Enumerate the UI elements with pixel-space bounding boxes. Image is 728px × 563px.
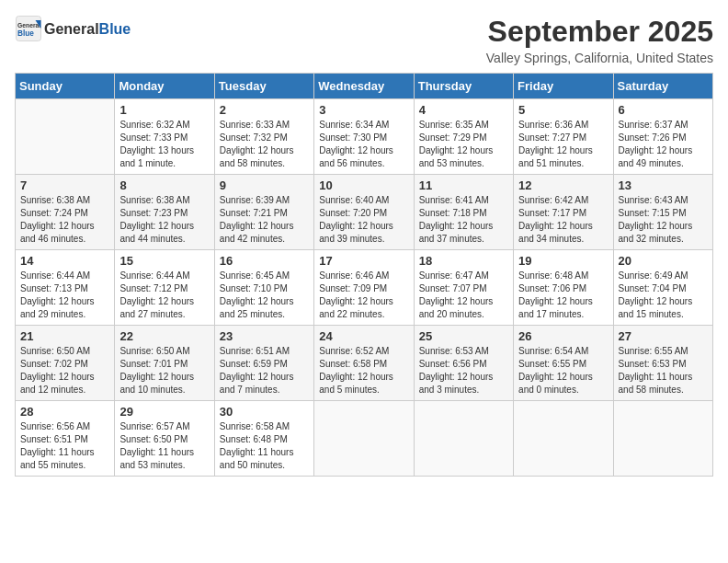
calendar-cell: 1Sunrise: 6:32 AMSunset: 7:33 PMDaylight… xyxy=(115,99,214,175)
calendar-cell: 26Sunrise: 6:54 AMSunset: 6:55 PMDayligh… xyxy=(514,326,613,401)
day-info: Sunrise: 6:49 AMSunset: 7:04 PMDaylight:… xyxy=(619,270,708,321)
day-info: Sunrise: 6:54 AMSunset: 6:55 PMDaylight:… xyxy=(518,345,608,396)
calendar-cell: 29Sunrise: 6:57 AMSunset: 6:50 PMDayligh… xyxy=(115,401,214,477)
day-info: Sunrise: 6:41 AMSunset: 7:18 PMDaylight:… xyxy=(419,194,508,246)
weekday-header: Thursday xyxy=(414,74,513,99)
calendar-cell: 17Sunrise: 6:46 AMSunset: 7:09 PMDayligh… xyxy=(314,250,414,326)
calendar-cell: 8Sunrise: 6:38 AMSunset: 7:23 PMDaylight… xyxy=(115,175,214,250)
month-title: September 2025 xyxy=(486,15,713,49)
day-number: 23 xyxy=(220,329,309,343)
day-number: 7 xyxy=(20,178,109,192)
calendar-cell xyxy=(314,401,414,477)
calendar-cell xyxy=(613,401,712,477)
calendar-cell: 15Sunrise: 6:44 AMSunset: 7:12 PMDayligh… xyxy=(115,250,214,326)
header-row: SundayMondayTuesdayWednesdayThursdayFrid… xyxy=(16,74,713,99)
day-info: Sunrise: 6:52 AMSunset: 6:58 PMDaylight:… xyxy=(319,345,408,396)
calendar-cell: 30Sunrise: 6:58 AMSunset: 6:48 PMDayligh… xyxy=(214,401,313,477)
day-info: Sunrise: 6:36 AMSunset: 7:27 PMDaylight:… xyxy=(518,119,608,170)
calendar-week-row: 14Sunrise: 6:44 AMSunset: 7:13 PMDayligh… xyxy=(16,250,713,326)
calendar-cell: 22Sunrise: 6:50 AMSunset: 7:01 PMDayligh… xyxy=(115,326,214,401)
calendar-cell: 11Sunrise: 6:41 AMSunset: 7:18 PMDayligh… xyxy=(414,175,513,250)
day-info: Sunrise: 6:57 AMSunset: 6:50 PMDaylight:… xyxy=(119,420,209,472)
day-number: 8 xyxy=(119,178,209,192)
day-number: 6 xyxy=(619,103,708,117)
calendar-week-row: 21Sunrise: 6:50 AMSunset: 7:02 PMDayligh… xyxy=(16,326,713,401)
day-info: Sunrise: 6:33 AMSunset: 7:32 PMDaylight:… xyxy=(220,119,309,170)
calendar-cell xyxy=(414,401,513,477)
day-number: 19 xyxy=(518,254,608,268)
weekday-header: Sunday xyxy=(16,74,115,99)
calendar-cell: 7Sunrise: 6:38 AMSunset: 7:24 PMDaylight… xyxy=(16,175,115,250)
day-number: 18 xyxy=(419,254,508,268)
day-number: 17 xyxy=(319,254,408,268)
calendar-cell: 12Sunrise: 6:42 AMSunset: 7:17 PMDayligh… xyxy=(514,175,613,250)
calendar-cell: 16Sunrise: 6:45 AMSunset: 7:10 PMDayligh… xyxy=(214,250,313,326)
calendar-cell: 20Sunrise: 6:49 AMSunset: 7:04 PMDayligh… xyxy=(613,250,712,326)
day-info: Sunrise: 6:50 AMSunset: 7:02 PMDaylight:… xyxy=(20,345,109,396)
weekday-header: Tuesday xyxy=(214,74,313,99)
day-number: 3 xyxy=(319,103,408,117)
calendar-cell: 18Sunrise: 6:47 AMSunset: 7:07 PMDayligh… xyxy=(414,250,513,326)
day-number: 12 xyxy=(518,178,608,192)
calendar-week-row: 1Sunrise: 6:32 AMSunset: 7:33 PMDaylight… xyxy=(16,99,713,175)
day-number: 14 xyxy=(20,254,109,268)
day-info: Sunrise: 6:43 AMSunset: 7:15 PMDaylight:… xyxy=(619,194,708,246)
day-number: 28 xyxy=(20,405,109,419)
calendar-cell: 2Sunrise: 6:33 AMSunset: 7:32 PMDaylight… xyxy=(214,99,313,175)
location: Valley Springs, California, United State… xyxy=(486,51,713,65)
day-number: 21 xyxy=(20,329,109,343)
logo-icon: General Blue xyxy=(15,15,42,42)
day-info: Sunrise: 6:39 AMSunset: 7:21 PMDaylight:… xyxy=(220,194,309,246)
day-info: Sunrise: 6:35 AMSunset: 7:29 PMDaylight:… xyxy=(419,119,508,170)
day-info: Sunrise: 6:45 AMSunset: 7:10 PMDaylight:… xyxy=(220,270,309,321)
day-number: 13 xyxy=(619,178,708,192)
day-number: 2 xyxy=(220,103,309,117)
calendar-week-row: 7Sunrise: 6:38 AMSunset: 7:24 PMDaylight… xyxy=(16,175,713,250)
day-number: 30 xyxy=(220,405,309,419)
day-info: Sunrise: 6:58 AMSunset: 6:48 PMDaylight:… xyxy=(220,420,309,472)
day-info: Sunrise: 6:44 AMSunset: 7:13 PMDaylight:… xyxy=(20,270,109,321)
day-number: 25 xyxy=(419,329,508,343)
calendar-cell: 9Sunrise: 6:39 AMSunset: 7:21 PMDaylight… xyxy=(214,175,313,250)
day-number: 15 xyxy=(119,254,209,268)
day-info: Sunrise: 6:46 AMSunset: 7:09 PMDaylight:… xyxy=(319,270,408,321)
day-info: Sunrise: 6:32 AMSunset: 7:33 PMDaylight:… xyxy=(119,119,209,170)
logo: General Blue GeneralBlue xyxy=(15,15,131,42)
calendar-cell: 10Sunrise: 6:40 AMSunset: 7:20 PMDayligh… xyxy=(314,175,414,250)
day-info: Sunrise: 6:44 AMSunset: 7:12 PMDaylight:… xyxy=(119,270,209,321)
calendar-cell: 13Sunrise: 6:43 AMSunset: 7:15 PMDayligh… xyxy=(613,175,712,250)
day-info: Sunrise: 6:56 AMSunset: 6:51 PMDaylight:… xyxy=(20,420,109,472)
day-number: 1 xyxy=(119,103,209,117)
day-info: Sunrise: 6:37 AMSunset: 7:26 PMDaylight:… xyxy=(619,119,708,170)
calendar-table: SundayMondayTuesdayWednesdayThursdayFrid… xyxy=(15,73,713,477)
day-info: Sunrise: 6:55 AMSunset: 6:53 PMDaylight:… xyxy=(619,345,708,396)
day-number: 4 xyxy=(419,103,508,117)
day-info: Sunrise: 6:38 AMSunset: 7:24 PMDaylight:… xyxy=(20,194,109,246)
calendar-cell: 3Sunrise: 6:34 AMSunset: 7:30 PMDaylight… xyxy=(314,99,414,175)
calendar-cell: 24Sunrise: 6:52 AMSunset: 6:58 PMDayligh… xyxy=(314,326,414,401)
calendar-cell: 25Sunrise: 6:53 AMSunset: 6:56 PMDayligh… xyxy=(414,326,513,401)
calendar-cell: 28Sunrise: 6:56 AMSunset: 6:51 PMDayligh… xyxy=(16,401,115,477)
day-info: Sunrise: 6:48 AMSunset: 7:06 PMDaylight:… xyxy=(518,270,608,321)
day-number: 10 xyxy=(319,178,408,192)
weekday-header: Friday xyxy=(514,74,613,99)
day-number: 9 xyxy=(220,178,309,192)
calendar-cell: 5Sunrise: 6:36 AMSunset: 7:27 PMDaylight… xyxy=(514,99,613,175)
day-info: Sunrise: 6:47 AMSunset: 7:07 PMDaylight:… xyxy=(419,270,508,321)
calendar-cell: 23Sunrise: 6:51 AMSunset: 6:59 PMDayligh… xyxy=(214,326,313,401)
day-number: 22 xyxy=(119,329,209,343)
calendar-cell: 6Sunrise: 6:37 AMSunset: 7:26 PMDaylight… xyxy=(613,99,712,175)
day-info: Sunrise: 6:53 AMSunset: 6:56 PMDaylight:… xyxy=(419,345,508,396)
day-number: 26 xyxy=(518,329,608,343)
calendar-cell xyxy=(514,401,613,477)
day-info: Sunrise: 6:42 AMSunset: 7:17 PMDaylight:… xyxy=(518,194,608,246)
day-number: 24 xyxy=(319,329,408,343)
calendar-cell: 14Sunrise: 6:44 AMSunset: 7:13 PMDayligh… xyxy=(16,250,115,326)
weekday-header: Saturday xyxy=(613,74,712,99)
day-info: Sunrise: 6:50 AMSunset: 7:01 PMDaylight:… xyxy=(119,345,209,396)
weekday-header: Monday xyxy=(115,74,214,99)
calendar-cell xyxy=(16,99,115,175)
logo-text: GeneralBlue xyxy=(44,19,131,39)
day-number: 5 xyxy=(518,103,608,117)
calendar-week-row: 28Sunrise: 6:56 AMSunset: 6:51 PMDayligh… xyxy=(16,401,713,477)
